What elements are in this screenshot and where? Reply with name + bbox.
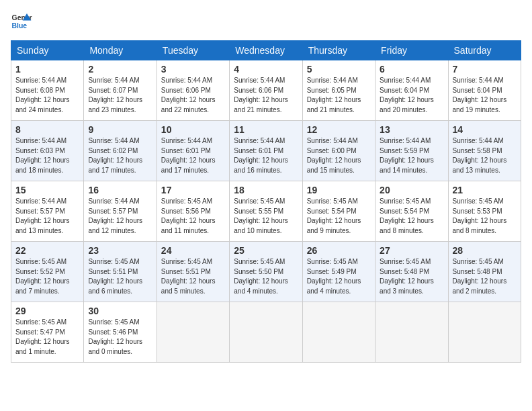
calendar-cell: 16Sunrise: 5:44 AMSunset: 5:57 PMDayligh… (84, 181, 157, 242)
calendar-cell: 2Sunrise: 5:44 AMSunset: 6:07 PMDaylight… (84, 60, 157, 121)
day-number: 30 (88, 306, 152, 316)
weekday-header: Friday (375, 41, 448, 60)
day-number: 1 (15, 64, 79, 75)
day-number: 28 (453, 245, 517, 256)
day-number: 8 (15, 124, 79, 135)
day-number: 25 (234, 245, 298, 256)
calendar-header-row: SundayMondayTuesdayWednesdayThursdayFrid… (11, 41, 521, 60)
calendar-week-row: 29Sunrise: 5:45 AMSunset: 5:47 PMDayligh… (11, 302, 521, 363)
day-number: 3 (161, 64, 225, 75)
calendar-cell: 29Sunrise: 5:45 AMSunset: 5:47 PMDayligh… (11, 302, 84, 363)
day-number: 5 (307, 64, 371, 75)
day-info: Sunrise: 5:45 AMSunset: 5:56 PMDaylight:… (161, 197, 225, 236)
calendar-cell: 13Sunrise: 5:44 AMSunset: 5:59 PMDayligh… (375, 121, 448, 181)
day-info: Sunrise: 5:45 AMSunset: 5:53 PMDaylight:… (453, 197, 517, 236)
day-info: Sunrise: 5:44 AMSunset: 5:59 PMDaylight:… (380, 136, 443, 175)
calendar-cell: 4Sunrise: 5:44 AMSunset: 6:06 PMDaylight… (230, 60, 302, 121)
calendar-week-row: 22Sunrise: 5:45 AMSunset: 5:52 PMDayligh… (11, 242, 521, 302)
day-info: Sunrise: 5:45 AMSunset: 5:46 PMDaylight:… (88, 318, 152, 357)
day-info: Sunrise: 5:45 AMSunset: 5:48 PMDaylight:… (453, 257, 517, 296)
logo-icon: General Blue (11, 11, 32, 32)
calendar-week-row: 15Sunrise: 5:44 AMSunset: 5:57 PMDayligh… (11, 181, 521, 242)
weekday-header: Thursday (302, 41, 375, 60)
weekday-header: Tuesday (157, 41, 229, 60)
weekday-header: Monday (84, 41, 157, 60)
day-number: 4 (234, 64, 298, 75)
day-number: 29 (15, 306, 79, 316)
day-number: 20 (380, 185, 443, 195)
day-info: Sunrise: 5:44 AMSunset: 6:01 PMDaylight:… (234, 136, 298, 175)
weekday-header: Wednesday (230, 41, 302, 60)
day-info: Sunrise: 5:44 AMSunset: 6:04 PMDaylight:… (380, 76, 443, 115)
logo: General Blue (11, 11, 32, 32)
day-info: Sunrise: 5:45 AMSunset: 5:51 PMDaylight:… (88, 257, 152, 296)
day-number: 14 (453, 124, 517, 135)
day-info: Sunrise: 5:45 AMSunset: 5:50 PMDaylight:… (234, 257, 298, 296)
day-info: Sunrise: 5:44 AMSunset: 6:06 PMDaylight:… (234, 76, 298, 115)
calendar-week-row: 1Sunrise: 5:44 AMSunset: 6:08 PMDaylight… (11, 60, 521, 121)
day-info: Sunrise: 5:45 AMSunset: 5:51 PMDaylight:… (161, 257, 225, 296)
calendar-cell: 14Sunrise: 5:44 AMSunset: 5:58 PMDayligh… (448, 121, 521, 181)
day-info: Sunrise: 5:45 AMSunset: 5:54 PMDaylight:… (307, 197, 371, 236)
calendar-cell: 21Sunrise: 5:45 AMSunset: 5:53 PMDayligh… (448, 181, 521, 242)
day-number: 17 (161, 185, 225, 195)
calendar-cell: 20Sunrise: 5:45 AMSunset: 5:54 PMDayligh… (375, 181, 448, 242)
day-number: 9 (88, 124, 152, 135)
day-info: Sunrise: 5:44 AMSunset: 5:57 PMDaylight:… (88, 197, 152, 236)
calendar-cell: 19Sunrise: 5:45 AMSunset: 5:54 PMDayligh… (302, 181, 375, 242)
calendar-cell (448, 302, 521, 363)
calendar-cell: 9Sunrise: 5:44 AMSunset: 6:02 PMDaylight… (84, 121, 157, 181)
day-number: 2 (88, 64, 152, 75)
weekday-header: Sunday (11, 41, 84, 60)
svg-text:Blue: Blue (12, 22, 28, 30)
calendar-cell: 12Sunrise: 5:44 AMSunset: 6:00 PMDayligh… (302, 121, 375, 181)
day-info: Sunrise: 5:45 AMSunset: 5:55 PMDaylight:… (234, 197, 298, 236)
calendar-cell: 15Sunrise: 5:44 AMSunset: 5:57 PMDayligh… (11, 181, 84, 242)
calendar-cell (375, 302, 448, 363)
calendar-cell: 8Sunrise: 5:44 AMSunset: 6:03 PMDaylight… (11, 121, 84, 181)
header: General Blue (11, 11, 521, 32)
calendar-cell: 17Sunrise: 5:45 AMSunset: 5:56 PMDayligh… (157, 181, 229, 242)
calendar-cell (230, 302, 302, 363)
day-info: Sunrise: 5:45 AMSunset: 5:47 PMDaylight:… (15, 318, 79, 357)
calendar-cell: 24Sunrise: 5:45 AMSunset: 5:51 PMDayligh… (157, 242, 229, 302)
day-number: 18 (234, 185, 298, 195)
day-info: Sunrise: 5:44 AMSunset: 5:57 PMDaylight:… (15, 197, 79, 236)
calendar-cell: 1Sunrise: 5:44 AMSunset: 6:08 PMDaylight… (11, 60, 84, 121)
calendar-week-row: 8Sunrise: 5:44 AMSunset: 6:03 PMDaylight… (11, 121, 521, 181)
calendar-cell: 27Sunrise: 5:45 AMSunset: 5:48 PMDayligh… (375, 242, 448, 302)
day-number: 12 (307, 124, 371, 135)
calendar-cell: 23Sunrise: 5:45 AMSunset: 5:51 PMDayligh… (84, 242, 157, 302)
calendar-cell (302, 302, 375, 363)
calendar-cell: 18Sunrise: 5:45 AMSunset: 5:55 PMDayligh… (230, 181, 302, 242)
calendar-cell (157, 302, 229, 363)
day-number: 24 (161, 245, 225, 256)
day-number: 10 (161, 124, 225, 135)
calendar-cell: 28Sunrise: 5:45 AMSunset: 5:48 PMDayligh… (448, 242, 521, 302)
day-info: Sunrise: 5:44 AMSunset: 6:06 PMDaylight:… (161, 76, 225, 115)
day-number: 23 (88, 245, 152, 256)
day-info: Sunrise: 5:44 AMSunset: 6:08 PMDaylight:… (15, 76, 79, 115)
calendar-cell: 3Sunrise: 5:44 AMSunset: 6:06 PMDaylight… (157, 60, 229, 121)
weekday-header: Saturday (448, 41, 521, 60)
day-number: 27 (380, 245, 443, 256)
day-number: 11 (234, 124, 298, 135)
day-info: Sunrise: 5:44 AMSunset: 6:05 PMDaylight:… (307, 76, 371, 115)
calendar-cell: 10Sunrise: 5:44 AMSunset: 6:01 PMDayligh… (157, 121, 229, 181)
day-number: 7 (453, 64, 517, 75)
day-info: Sunrise: 5:44 AMSunset: 6:01 PMDaylight:… (161, 136, 225, 175)
calendar-cell: 5Sunrise: 5:44 AMSunset: 6:05 PMDaylight… (302, 60, 375, 121)
day-info: Sunrise: 5:44 AMSunset: 6:02 PMDaylight:… (88, 136, 152, 175)
day-info: Sunrise: 5:44 AMSunset: 6:00 PMDaylight:… (307, 136, 371, 175)
day-number: 13 (380, 124, 443, 135)
calendar-cell: 25Sunrise: 5:45 AMSunset: 5:50 PMDayligh… (230, 242, 302, 302)
calendar-cell: 7Sunrise: 5:44 AMSunset: 6:04 PMDaylight… (448, 60, 521, 121)
day-number: 15 (15, 185, 79, 195)
calendar-cell: 22Sunrise: 5:45 AMSunset: 5:52 PMDayligh… (11, 242, 84, 302)
day-info: Sunrise: 5:44 AMSunset: 6:03 PMDaylight:… (15, 136, 79, 175)
day-info: Sunrise: 5:45 AMSunset: 5:52 PMDaylight:… (15, 257, 79, 296)
calendar: SundayMondayTuesdayWednesdayThursdayFrid… (11, 40, 521, 363)
day-number: 26 (307, 245, 371, 256)
day-info: Sunrise: 5:45 AMSunset: 5:48 PMDaylight:… (380, 257, 443, 296)
calendar-cell: 11Sunrise: 5:44 AMSunset: 6:01 PMDayligh… (230, 121, 302, 181)
